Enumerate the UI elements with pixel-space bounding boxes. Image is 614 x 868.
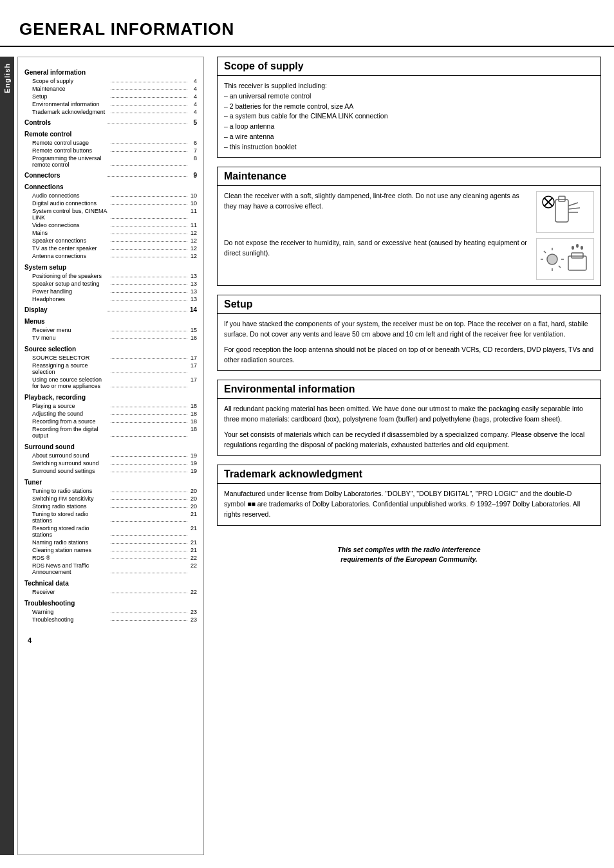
right-panel: Scope of supply This receiver is supplie…: [204, 57, 614, 855]
scope-item-5: a wire antenna: [224, 132, 594, 142]
svg-line-13: [544, 251, 546, 253]
toc-item-warning: Warning 23: [24, 608, 197, 616]
toc-item-about-surround: About surround sound 19: [24, 452, 197, 459]
toc-header-technical: Technical data: [24, 580, 197, 587]
humidity-image: [536, 238, 594, 280]
language-tab: English: [0, 57, 14, 855]
toc-top-display: Display 14: [24, 306, 197, 314]
svg-line-14: [559, 266, 561, 268]
maintenance-second-row: Do not expose the receiver to humidity, …: [224, 238, 594, 280]
toc-item-rc-buttons: Remote control buttons 7: [24, 147, 197, 154]
svg-point-8: [547, 254, 557, 264]
environmental-title: Environmental information: [218, 380, 600, 399]
trademark-p1: Manufactured under license from Dolby La…: [224, 489, 594, 519]
language-label: English: [3, 63, 11, 93]
svg-line-3: [568, 208, 580, 209]
svg-rect-0: [555, 199, 568, 222]
toc-header-general: General information: [24, 69, 197, 76]
toc-item-reassign: Reassigning a source selection 17: [24, 362, 197, 376]
svg-point-18: [576, 244, 579, 248]
toc-item-troubleshooting: Troubleshooting 23: [24, 616, 197, 623]
toc-item-digital-audio: Digital audio connections 10: [24, 199, 197, 207]
toc-header-source: Source selection: [24, 346, 197, 353]
toc-item-adjusting: Adjusting the sound 18: [24, 410, 197, 418]
toc-item-power: Power handling 13: [24, 288, 197, 295]
toc-item-scope: Scope of supply 4: [24, 77, 197, 85]
cleaning-image: [536, 191, 594, 233]
toc-item-setup: Setup 4: [24, 93, 197, 100]
maintenance-section: Maintenance Clean the receiver with a so…: [217, 167, 601, 286]
toc-item-speaker: Speaker connections 12: [24, 237, 197, 245]
scope-item-2: 2 batteries for the remote control, size…: [224, 102, 594, 112]
setup-title: Setup: [218, 295, 600, 314]
toc-item-storing: Storing radio stations 20: [24, 503, 197, 510]
content-area: English General information Scope of sup…: [0, 57, 614, 855]
toc-item-headphones: Headphones 13: [24, 295, 197, 303]
scope-list: an universal remote control 2 batteries …: [224, 91, 594, 152]
environmental-body: All redundant packing material has been …: [218, 399, 600, 455]
toc-item-trademark: Trademark acknowledgment 4: [24, 108, 197, 116]
toc-item-playing: Playing a source 18: [24, 402, 197, 410]
setup-body: If you have stacked the components of yo…: [218, 314, 600, 370]
toc-item-fm-sensitivity: Switching FM sensitivity 20: [24, 495, 197, 503]
scope-item-6: this instruction booklet: [224, 142, 594, 152]
compliance-note: This set complies with the radio interfe…: [217, 545, 601, 566]
maintenance-content: Clean the receiver with a soft, slightly…: [224, 191, 594, 233]
page-title: GENERAL INFORMATION: [0, 13, 614, 47]
page: GENERAL INFORMATION English General info…: [0, 0, 614, 868]
toc-item-rc-programming: Programming the universal remote control…: [24, 154, 197, 169]
toc-panel: General information Scope of supply 4 Ma…: [17, 57, 204, 855]
setup-p2: For good reception the loop antenna shou…: [224, 345, 594, 365]
toc-item-one-source: Using one source selection for two or mo…: [24, 376, 197, 390]
toc-header-connections: Connections: [24, 183, 197, 190]
trademark-body: Manufactured under license from Dolby La…: [218, 484, 600, 524]
toc-item-receiver: Receiver 22: [24, 588, 197, 596]
maintenance-title: Maintenance: [218, 167, 600, 186]
maintenance-images: [536, 191, 594, 233]
toc-item-environmental: Environmental information 4: [24, 100, 197, 108]
scope-section: Scope of supply This receiver is supplie…: [217, 57, 601, 158]
maintenance-p1: Clean the receiver with a soft, slightly…: [224, 191, 530, 212]
toc-item-rds: RDS ® 22: [24, 554, 197, 562]
toc-header-remote: Remote control: [24, 131, 197, 138]
setup-p1: If you have stacked the components of yo…: [224, 319, 594, 340]
toc-item-source-selector: SOURCE SELECTOR 17: [24, 354, 197, 362]
page-number: 4: [24, 636, 197, 644]
scope-item-4: a loop antenna: [224, 122, 594, 132]
toc-item-recording-digital: Recording from the digital output 18: [24, 425, 197, 439]
toc-item-surround-settings: Surround sound settings 19: [24, 467, 197, 475]
toc-item-rds-news: RDS News and Traffic Announcement 22: [24, 562, 197, 576]
scope-title: Scope of supply: [218, 57, 600, 76]
humidity-icon: [539, 240, 591, 279]
toc-header-menus: Menus: [24, 318, 197, 325]
toc-item-resorting: Resorting stored radio stations 21: [24, 524, 197, 539]
cleaning-icon: [539, 193, 591, 232]
environmental-p2: Your set consists of materials which can…: [224, 430, 594, 450]
svg-rect-16: [572, 253, 583, 258]
svg-line-2: [568, 203, 578, 206]
toc-item-tuning-stored: Tuning to stored radio stations 21: [24, 510, 197, 524]
toc-item-maintenance: Maintenance 4: [24, 85, 197, 93]
setup-section: Setup If you have stacked the components…: [217, 295, 601, 371]
toc-item-switching-surround: Switching surround sound 19: [24, 459, 197, 467]
toc-item-receiver-menu: Receiver menu 15: [24, 326, 197, 334]
svg-point-19: [581, 246, 583, 250]
toc-item-recording-source: Recording from a source 18: [24, 418, 197, 425]
maintenance-text: Clean the receiver with a soft, slightly…: [224, 191, 530, 233]
maintenance-body: Clean the receiver with a soft, slightly…: [218, 186, 600, 285]
toc-top-connectors: Connectors 9: [24, 171, 197, 180]
toc-header-tuner: Tuner: [24, 479, 197, 486]
environmental-section: Environmental information All redundant …: [217, 380, 601, 456]
toc-top-controls: Controls 5: [24, 118, 197, 127]
svg-point-17: [572, 246, 574, 250]
toc-item-tv-menu: TV menu 16: [24, 334, 197, 342]
toc-item-tv-center: TV as the center speaker 12: [24, 245, 197, 252]
toc-item-antenna: Antenna connections 12: [24, 252, 197, 260]
toc-item-speakers-pos: Positioning of the speakers 13: [24, 272, 197, 280]
toc-header-surround: Surround sound: [24, 443, 197, 450]
toc-item-video: Video connections 11: [24, 221, 197, 229]
trademark-section: Trademark acknowledgment Manufactured un…: [217, 465, 601, 525]
toc-item-mains: Mains 12: [24, 229, 197, 237]
svg-rect-1: [559, 196, 565, 201]
trademark-title: Trademark acknowledgment: [218, 465, 600, 484]
